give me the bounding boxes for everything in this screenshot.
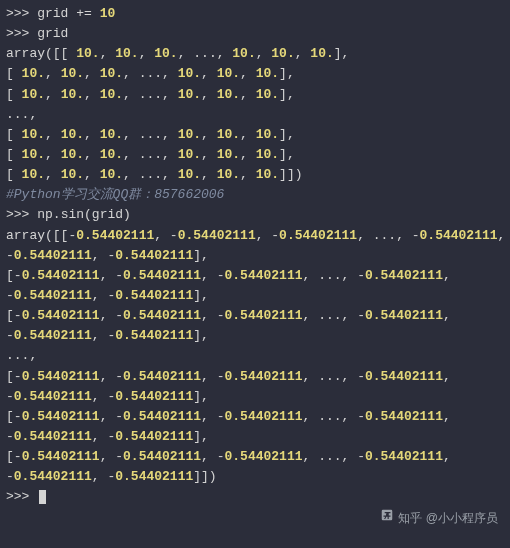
code-token-num: 0.54402111 [14,248,92,263]
code-token-num: 10. [217,147,240,162]
code-token-num: 0.54402111 [123,268,201,283]
code-token-op: - [357,268,365,283]
code-token-paren: , [139,46,155,61]
code-token-num: 0.54402111 [365,268,443,283]
code-token-op: - [357,308,365,323]
code-token-num: 0.54402111 [115,288,193,303]
code-token-paren: , [303,449,319,464]
code-token-num: 0.54402111 [225,369,303,384]
watermark-prefix: 知乎 [398,509,422,528]
code-token-op: - [14,449,22,464]
repl-output-line: -0.54402111, -0.54402111], [6,246,504,266]
repl-output-line: [ 10., 10., 10., ..., 10., 10., 10.], [6,64,504,84]
code-token-paren: , [201,66,217,81]
code-token-num: 0.54402111 [365,369,443,384]
code-token-num: 10. [217,167,240,182]
code-token-op: - [357,369,365,384]
code-token-paren: , [201,449,217,464]
code-token-ellipsis: ... [318,449,341,464]
code-token-num: 10. [61,127,84,142]
code-token-paren: [ [6,87,22,102]
code-token-var: grid [37,6,76,21]
code-token-num: 0.54402111 [14,469,92,484]
code-token-ellipsis: ... [139,167,162,182]
code-token-num: 10. [22,147,45,162]
code-token-num: 10. [178,66,201,81]
code-token-num: 10. [61,167,84,182]
code-token-paren: , [342,369,358,384]
code-token-op: - [217,308,225,323]
code-token-op: - [6,389,14,404]
code-token-paren: , [443,308,451,323]
code-token-num: 0.54402111 [115,389,193,404]
code-token-paren: , [123,66,139,81]
code-token-paren: , [84,66,100,81]
repl-output-line: -0.54402111, -0.54402111], [6,387,504,407]
code-token-num: 0.54402111 [178,228,256,243]
code-token-paren: , [342,308,358,323]
code-token-paren: , [303,409,319,424]
code-token-paren: , [240,87,256,102]
terminal-output[interactable]: >>> grid += 10>>> gridarray([[ 10., 10.,… [6,4,504,508]
code-token-ellipsis: ... [318,369,341,384]
code-token-comment: #Python学习交流QQ群：857662006 [6,187,224,202]
watermark: 知乎 @小小程序员 [380,508,498,528]
code-token-ellipsis: ... [318,268,341,283]
repl-prompt-active[interactable]: >>> [6,487,504,507]
code-token-paren: , [303,369,319,384]
code-token-paren: [ [6,167,22,182]
code-token-paren: , [162,127,178,142]
code-token-paren: , [256,228,272,243]
code-token-paren: , [256,46,272,61]
code-token-num: 10. [76,46,99,61]
code-token-op: - [6,248,14,263]
code-token-num: 0.54402111 [115,328,193,343]
code-token-paren: ], [279,87,295,102]
code-token-paren: [ [6,268,14,283]
code-token-num: 0.54402111 [22,449,100,464]
code-token-paren: , [45,167,61,182]
zhihu-icon [380,508,394,528]
code-token-paren: , [342,449,358,464]
code-token-paren: ], [193,328,209,343]
code-token-paren: , [162,87,178,102]
code-token-num: 10. [271,46,294,61]
code-token-paren: , [303,308,319,323]
code-token-var: sin [61,207,84,222]
code-token-ellipsis: ... [139,127,162,142]
code-token-num: 0.54402111 [225,308,303,323]
code-token-paren: [ [6,308,14,323]
code-token-paren: , [240,127,256,142]
code-token-paren: , [100,449,116,464]
code-token-op: - [14,308,22,323]
code-token-num: 10. [217,66,240,81]
code-token-paren: ) [123,207,131,222]
code-token-num: 10. [61,147,84,162]
code-token-paren: , [201,147,217,162]
code-token-op: - [6,429,14,444]
code-token-op: - [115,449,123,464]
code-token-num: 0.54402111 [76,228,154,243]
code-token-num: 10. [115,46,138,61]
repl-output-line: array([[-0.54402111, -0.54402111, -0.544… [6,226,504,246]
repl-output-line: [-0.54402111, -0.54402111, -0.54402111, … [6,266,504,286]
code-token-num: 10. [22,66,45,81]
repl-output-line: -0.54402111, -0.54402111], [6,427,504,447]
code-token-num: 0.54402111 [14,328,92,343]
code-token-var: grid [37,26,68,41]
repl-output-line: [ 10., 10., 10., ..., 10., 10., 10.], [6,125,504,145]
code-token-paren: ], [193,389,209,404]
code-token-num: 0.54402111 [22,409,100,424]
code-token-num: 10. [100,147,123,162]
code-token-op: - [6,328,14,343]
code-token-paren: , [162,167,178,182]
code-token-op: - [217,409,225,424]
code-token-num: 0.54402111 [225,268,303,283]
code-token-paren: , [396,228,412,243]
code-token-num: 10. [178,87,201,102]
code-token-paren: , [201,167,217,182]
code-token-paren: [ [6,409,14,424]
code-token-num: 10. [232,46,255,61]
code-token-paren: , [162,147,178,162]
code-token-paren: , [240,147,256,162]
